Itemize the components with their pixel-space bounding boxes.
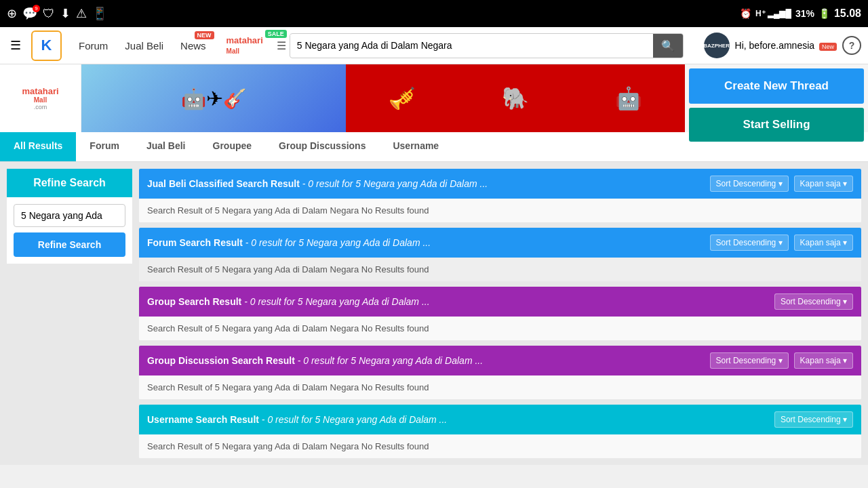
create-thread-button[interactable]: Create New Thread <box>689 68 864 104</box>
forum-result-header: Forum Search Result - 0 result for 5 Neg… <box>139 228 861 258</box>
banner-char-3: 🎸 <box>223 87 247 110</box>
search-area: ☰ 🔍 <box>277 33 684 58</box>
search-menu-icon[interactable]: ☰ <box>277 39 286 52</box>
status-icons: ⊕ 💬9 🛡 ⬇ ⚠ 📱 <box>7 6 107 21</box>
group-result-title: Group Search Result - 0 result for 5 Neg… <box>147 296 430 307</box>
groupdiscussion-result-section: Group Discussion Search Result - 0 resul… <box>139 346 861 399</box>
nav-forum[interactable]: Forum <box>72 37 115 55</box>
app-icon-1: ⊕ <box>7 6 17 21</box>
group-result-header: Group Search Result - 0 result for 5 Neg… <box>139 287 861 317</box>
help-button[interactable]: ? <box>842 36 861 55</box>
banner-center: 🤖 ✈ 🎸 <box>81 64 346 132</box>
forum-time-dropdown[interactable]: Kapan saja ▾ <box>794 235 853 251</box>
groupdiscussion-result-controls: Sort Descending ▾ Kapan saja ▾ <box>710 352 853 369</box>
app-icon-3: 🛡 <box>43 7 55 21</box>
forum-result-controls: Sort Descending ▾ Kapan saja ▾ <box>710 235 853 251</box>
tab-jual-beli[interactable]: Jual Beli <box>133 132 199 161</box>
status-bar: ⊕ 💬9 🛡 ⬇ ⚠ 📱 ⏰ H⁺ ▂▄▆█ 31% 🔋 15.08 <box>0 0 868 27</box>
banner-char-1: 🤖 <box>181 87 206 110</box>
groupdiscussion-time-dropdown[interactable]: Kapan saja ▾ <box>794 352 853 369</box>
jualbeli-result-section: Jual Beli Classified Search Result - 0 r… <box>139 169 861 222</box>
avatar: BAZPHER <box>704 33 730 58</box>
tab-username[interactable]: Username <box>379 132 452 161</box>
app-icon-6: 📱 <box>92 6 107 21</box>
news-new-badge: NEW <box>195 31 214 39</box>
username-result-body: Search Result of 5 Negara yang Ada di Da… <box>139 434 861 458</box>
username-sort-dropdown[interactable]: Sort Descending ▾ <box>774 411 853 428</box>
sale-badge: SALE <box>265 30 287 38</box>
time-display: 15.08 <box>834 7 861 20</box>
jualbeli-result-header: Jual Beli Classified Search Result - 0 r… <box>139 169 861 199</box>
app-icon-5: ⚠ <box>76 6 87 21</box>
sidebar: Refine Search Refine Search <box>7 169 132 458</box>
tab-all-results[interactable]: All Results <box>0 132 76 161</box>
action-buttons-col: Create New Thread Start Selling <box>685 64 868 132</box>
banner-image: matahari Mall .com 🤖 ✈ 🎸 🎺 🐘 🤖 <box>0 64 685 132</box>
tab-group-discussions[interactable]: Group Discussions <box>265 132 379 161</box>
mall-logo-sub: Mall <box>34 96 47 104</box>
username-result-section: Username Search Result - 0 result for 5 … <box>139 405 861 458</box>
jualbeli-time-dropdown[interactable]: Kapan saja ▾ <box>794 176 853 192</box>
forum-sort-dropdown[interactable]: Sort Descending ▾ <box>710 235 789 251</box>
navbar: ☰ K Forum Jual Beli NEW News matahariMal… <box>0 27 868 64</box>
jualbeli-result-body: Search Result of 5 Negara yang Ada di Da… <box>139 199 861 222</box>
sidebar-refine-button[interactable]: Refine Search <box>14 232 125 257</box>
user-greeting: Hi, before.amnesia New <box>735 40 837 51</box>
battery-percent: 31% <box>795 8 814 19</box>
group-sort-dropdown[interactable]: Sort Descending ▾ <box>774 293 853 310</box>
banner-char-5: 🐘 <box>502 85 529 111</box>
nav-jualbeli[interactable]: Jual Beli <box>118 37 170 55</box>
banner-right: 🎺 🐘 🤖 <box>346 64 685 132</box>
forum-result-title: Forum Search Result - 0 result for 5 Neg… <box>147 237 431 248</box>
matahari-mall-logo: matahariMall <box>226 35 263 56</box>
banner-char-4: 🎺 <box>389 85 416 111</box>
battery-icon: 🔋 <box>818 8 830 19</box>
nav-links: Forum Jual Beli NEW News <box>72 37 213 55</box>
alarm-icon: ⏰ <box>740 8 751 19</box>
user-area: BAZPHER Hi, before.amnesia New ? <box>704 33 861 58</box>
groupdiscussion-result-body: Search Result of 5 Negara yang Ada di Da… <box>139 375 861 399</box>
main-layout: Refine Search Refine Search Jual Beli Cl… <box>0 162 868 465</box>
search-input[interactable] <box>290 35 653 56</box>
username-result-title: Username Search Result - 0 result for 5 … <box>147 414 447 425</box>
logo-box[interactable]: K <box>31 30 62 61</box>
start-selling-button[interactable]: Start Selling <box>689 108 864 142</box>
banner-char-6: 🤖 <box>615 85 642 111</box>
sidebar-header: Refine Search <box>7 169 132 197</box>
group-result-body: Search Result of 5 Negara yang Ada di Da… <box>139 317 861 340</box>
group-result-section: Group Search Result - 0 result for 5 Neg… <box>139 287 861 340</box>
search-input-wrap: 🔍 <box>290 33 684 58</box>
banner-row: matahari Mall .com 🤖 ✈ 🎸 🎺 🐘 🤖 Create Ne… <box>0 64 868 132</box>
forum-result-section: Forum Search Result - 0 result for 5 Neg… <box>139 228 861 281</box>
banner-char-2: ✈ <box>206 87 223 110</box>
signal-icon: H⁺ ▂▄▆█ <box>755 9 791 18</box>
group-result-controls: Sort Descending ▾ <box>774 293 853 310</box>
username-result-controls: Sort Descending ▾ <box>774 411 853 428</box>
username-result-header: Username Search Result - 0 result for 5 … <box>139 405 861 434</box>
app-icon-2: 💬9 <box>22 6 37 21</box>
sidebar-content: Refine Search <box>7 197 132 264</box>
search-button[interactable]: 🔍 <box>653 34 683 58</box>
jualbeli-result-controls: Sort Descending ▾ Kapan saja ▾ <box>710 176 853 192</box>
matahari-logo-wrap[interactable]: matahariMall SALE <box>226 35 263 56</box>
groupdiscussion-sort-dropdown[interactable]: Sort Descending ▾ <box>710 352 789 369</box>
jualbeli-result-title: Jual Beli Classified Search Result - 0 r… <box>147 178 488 189</box>
groupdiscussion-result-title: Group Discussion Search Result - 0 resul… <box>147 355 483 366</box>
nav-news[interactable]: NEW News <box>174 37 213 55</box>
sidebar-search-input[interactable] <box>14 204 125 227</box>
tab-groupee[interactable]: Groupee <box>199 132 266 161</box>
app-icon-4: ⬇ <box>60 6 71 21</box>
jualbeli-sort-dropdown[interactable]: Sort Descending ▾ <box>710 176 789 192</box>
logo-k: K <box>41 37 52 54</box>
mall-logo-domain: .com <box>34 104 47 110</box>
tab-forum[interactable]: Forum <box>76 132 133 161</box>
status-right: ⏰ H⁺ ▂▄▆█ 31% 🔋 15.08 <box>740 7 861 20</box>
forum-result-body: Search Result of 5 Negara yang Ada di Da… <box>139 258 861 281</box>
groupdiscussion-result-header: Group Discussion Search Result - 0 resul… <box>139 346 861 375</box>
mall-logo-text: matahari <box>22 86 58 96</box>
user-new-badge: New <box>819 43 837 51</box>
results-area: Jual Beli Classified Search Result - 0 r… <box>139 169 861 458</box>
hamburger-button[interactable]: ☰ <box>7 35 24 56</box>
